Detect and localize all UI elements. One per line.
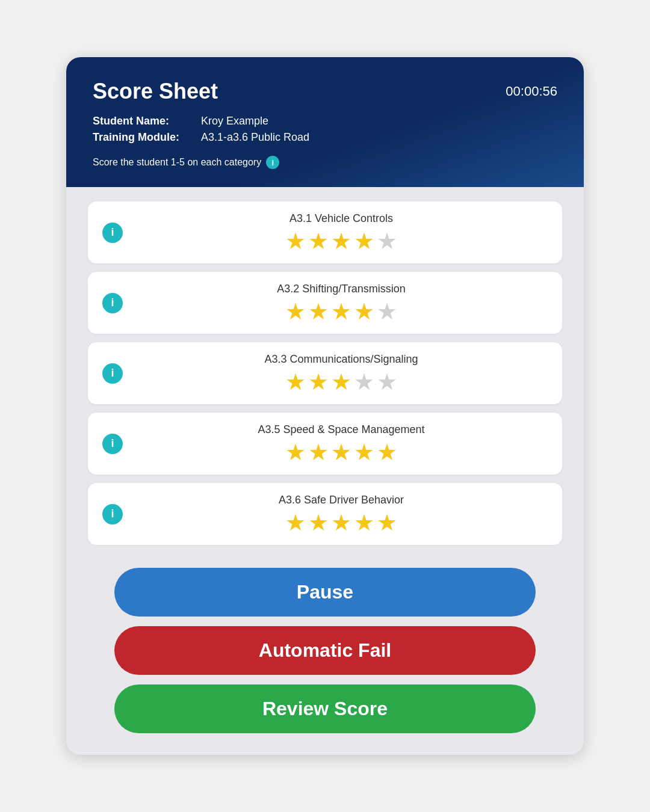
star-2-3[interactable]: ★	[331, 300, 351, 323]
stars-2[interactable]: ★★★★★	[285, 300, 397, 323]
info-icon-3[interactable]: i	[102, 363, 123, 384]
stars-3[interactable]: ★★★★★	[285, 371, 397, 393]
score-content-4: A3.5 Speed & Space Management★★★★★	[135, 423, 548, 464]
star-5-3[interactable]: ★	[331, 511, 351, 534]
category-name-1: A3.1 Vehicle Controls	[289, 212, 393, 225]
info-icon-header[interactable]: i	[266, 156, 279, 169]
star-1-3[interactable]: ★	[331, 230, 351, 253]
timer: 00:00:56	[506, 84, 557, 99]
star-5-4[interactable]: ★	[354, 511, 374, 534]
buttons-section: Pause Automatic Fail Review Score	[66, 562, 584, 755]
star-3-4[interactable]: ★	[354, 371, 374, 393]
score-content-5: A3.6 Safe Driver Behavior★★★★★	[135, 494, 548, 534]
score-card-3: iA3.3 Communications/Signaling★★★★★	[88, 342, 562, 404]
info-icon-2[interactable]: i	[102, 293, 123, 313]
pause-button[interactable]: Pause	[114, 568, 536, 617]
automatic-fail-button[interactable]: Automatic Fail	[114, 626, 536, 675]
star-1-1[interactable]: ★	[285, 230, 306, 253]
category-name-2: A3.2 Shifting/Transmission	[277, 283, 405, 295]
star-4-5[interactable]: ★	[377, 441, 397, 464]
header: Score Sheet Student Name: Kroy Example T…	[66, 57, 584, 187]
star-5-5[interactable]: ★	[377, 511, 397, 534]
stars-5[interactable]: ★★★★★	[285, 511, 397, 534]
score-card-5: iA3.6 Safe Driver Behavior★★★★★	[88, 483, 562, 545]
star-5-1[interactable]: ★	[285, 511, 306, 534]
category-name-3: A3.3 Communications/Signaling	[264, 353, 418, 366]
star-1-4[interactable]: ★	[354, 230, 374, 253]
category-name-4: A3.5 Speed & Space Management	[258, 423, 424, 436]
module-label: Training Module:	[93, 131, 201, 144]
score-card-1: iA3.1 Vehicle Controls★★★★★	[88, 201, 562, 263]
info-icon-4[interactable]: i	[102, 434, 123, 454]
category-name-5: A3.6 Safe Driver Behavior	[279, 494, 404, 506]
star-4-2[interactable]: ★	[308, 441, 329, 464]
score-cards-body: iA3.1 Vehicle Controls★★★★★iA3.2 Shiftin…	[66, 187, 584, 562]
star-2-1[interactable]: ★	[285, 300, 306, 323]
star-4-4[interactable]: ★	[354, 441, 374, 464]
star-1-5[interactable]: ★	[377, 230, 397, 253]
score-content-2: A3.2 Shifting/Transmission★★★★★	[135, 283, 548, 323]
star-3-5[interactable]: ★	[377, 371, 397, 393]
score-card-4: iA3.5 Speed & Space Management★★★★★	[88, 413, 562, 475]
stars-4[interactable]: ★★★★★	[285, 441, 397, 464]
review-score-button[interactable]: Review Score	[114, 684, 536, 733]
info-icon-1[interactable]: i	[102, 223, 123, 243]
student-label: Student Name:	[93, 115, 201, 128]
page-title: Score Sheet	[93, 79, 309, 104]
star-2-4[interactable]: ★	[354, 300, 374, 323]
score-sheet-card: Score Sheet Student Name: Kroy Example T…	[66, 57, 584, 755]
student-value: Kroy Example	[201, 115, 268, 128]
module-value: A3.1-a3.6 Public Road	[201, 131, 309, 144]
star-2-2[interactable]: ★	[308, 300, 329, 323]
star-4-3[interactable]: ★	[331, 441, 351, 464]
info-icon-5[interactable]: i	[102, 504, 123, 524]
star-2-5[interactable]: ★	[377, 300, 397, 323]
score-card-2: iA3.2 Shifting/Transmission★★★★★	[88, 272, 562, 334]
star-1-2[interactable]: ★	[308, 230, 329, 253]
score-content-3: A3.3 Communications/Signaling★★★★★	[135, 353, 548, 393]
star-3-3[interactable]: ★	[331, 371, 351, 393]
star-3-1[interactable]: ★	[285, 371, 306, 393]
star-5-2[interactable]: ★	[308, 511, 329, 534]
instruction-text: Score the student 1-5 on each category	[93, 157, 261, 168]
star-4-1[interactable]: ★	[285, 441, 306, 464]
score-content-1: A3.1 Vehicle Controls★★★★★	[135, 212, 548, 253]
star-3-2[interactable]: ★	[308, 371, 329, 393]
stars-1[interactable]: ★★★★★	[285, 230, 397, 253]
